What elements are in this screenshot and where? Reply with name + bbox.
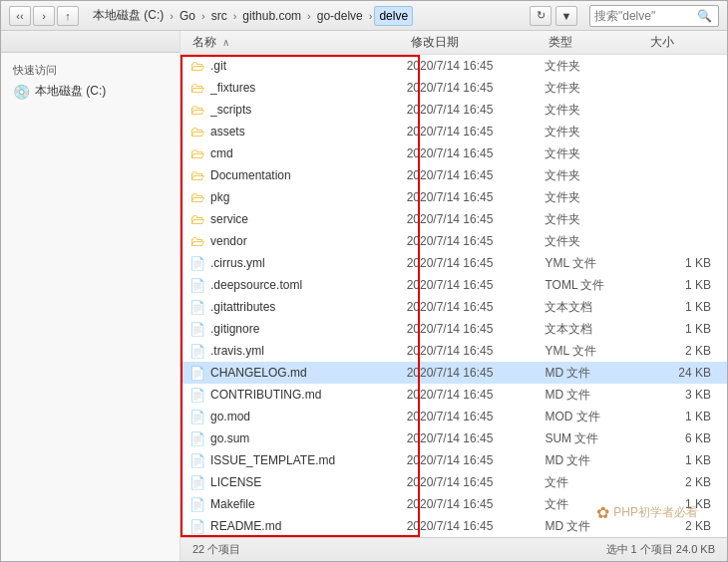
file-type: 文件夹 [545, 80, 648, 97]
breadcrumb-sep-4: › [307, 10, 311, 22]
breadcrumb-item-go[interactable]: Go [176, 7, 199, 25]
forward-button[interactable]: › [33, 6, 55, 26]
file-size: 24 KB [649, 366, 719, 380]
table-row[interactable]: 📄 ISSUE_TEMPLATE.md 2020/7/14 16:45 MD 文… [181, 449, 727, 471]
table-row[interactable]: 📄 Makefile 2020/7/14 16:45 文件 1 KB [181, 493, 727, 515]
file-date: 2020/7/14 16:45 [407, 256, 546, 270]
quick-access-label: 快速访问 [1, 57, 180, 80]
table-row[interactable]: 📄 .cirrus.yml 2020/7/14 16:45 YML 文件 1 K… [181, 252, 727, 274]
left-nav-drive-label: 本地磁盘 (C:) [35, 83, 106, 100]
file-type: YML 文件 [545, 343, 648, 360]
table-row[interactable]: 🗁 Documentation 2020/7/14 16:45 文件夹 [181, 164, 727, 186]
search-input[interactable] [594, 9, 694, 23]
breadcrumb-item-delve[interactable]: delve [374, 6, 413, 26]
table-row[interactable]: 📄 go.mod 2020/7/14 16:45 MOD 文件 1 KB [181, 406, 727, 427]
breadcrumb-item-drive[interactable]: 本地磁盘 (C:) [89, 5, 168, 26]
status-selected: 选中 1 个项目 24.0 KB [606, 542, 715, 557]
file-name: 🗁 vendor [188, 233, 407, 249]
breadcrumb-sep-2: › [201, 10, 205, 22]
file-type: SUM 文件 [545, 430, 648, 447]
file-size: 1 KB [649, 410, 719, 423]
left-nav-item-drive[interactable]: 💿 本地磁盘 (C:) [1, 80, 180, 103]
breadcrumb-sep-3: › [233, 10, 237, 22]
right-content: 名称 ∧ 修改日期 类型 大小 🗁 .git [181, 31, 727, 561]
table-row[interactable]: 📄 .gitattributes 2020/7/14 16:45 文本文档 1 … [181, 296, 727, 318]
table-row[interactable]: 📄 LICENSE 2020/7/14 16:45 文件 2 KB [181, 471, 727, 493]
file-type: 文件 [545, 496, 648, 513]
file-explorer-window: ‹‹ › ↑ 本地磁盘 (C:) › Go › src › github.com… [0, 0, 728, 562]
breadcrumb-item-go-delve[interactable]: go-delve [313, 7, 367, 25]
table-row[interactable]: 📄 .travis.yml 2020/7/14 16:45 YML 文件 2 K… [181, 340, 727, 362]
breadcrumb-item-src[interactable]: src [207, 7, 231, 25]
file-date: 2020/7/14 16:45 [407, 475, 546, 489]
table-row[interactable]: 🗁 .git 2020/7/14 16:45 文件夹 [181, 55, 727, 77]
nav-buttons: ‹‹ › ↑ [9, 6, 79, 26]
folder-icon: 🗁 [188, 102, 206, 118]
up-button[interactable]: ↑ [57, 6, 79, 26]
col-header-date[interactable]: 修改日期 [411, 34, 547, 51]
folder-icon: 🗁 [188, 124, 206, 140]
table-row[interactable]: 📄 .deepsource.toml 2020/7/14 16:45 TOML … [181, 274, 727, 296]
file-size: 1 KB [649, 300, 719, 314]
file-type: 文件夹 [545, 189, 648, 206]
file-type: MD 文件 [545, 365, 648, 382]
file-name: 🗁 pkg [188, 189, 407, 205]
table-row[interactable]: 🗁 service 2020/7/14 16:45 文件夹 [181, 208, 727, 230]
file-icon: 📄 [188, 255, 206, 271]
breadcrumb-sep-1: › [170, 10, 174, 22]
refresh-button[interactable]: ↻ [530, 6, 551, 26]
file-icon: 📄 [188, 277, 206, 293]
file-name: 🗁 _fixtures [188, 80, 407, 96]
file-type: MD 文件 [545, 452, 648, 469]
file-list: 🗁 .git 2020/7/14 16:45 文件夹 🗁 _fixtures 2… [181, 55, 727, 537]
table-row[interactable]: 📄 README.md 2020/7/14 16:45 MD 文件 2 KB [181, 515, 727, 537]
table-row[interactable]: 🗁 cmd 2020/7/14 16:45 文件夹 [181, 142, 727, 164]
file-date: 2020/7/14 16:45 [407, 344, 546, 358]
file-icon: 📄 [188, 343, 206, 359]
col-header-type[interactable]: 类型 [548, 34, 651, 51]
file-date: 2020/7/14 16:45 [407, 431, 546, 445]
file-icon: 📄 [188, 299, 206, 315]
file-type: 文件夹 [545, 211, 648, 228]
file-icon: 📄 [188, 321, 206, 337]
file-size: 1 KB [649, 453, 719, 467]
table-row[interactable]: 🗁 pkg 2020/7/14 16:45 文件夹 [181, 186, 727, 208]
file-name: 📄 CHANGELOG.md [188, 365, 407, 381]
col-header-name[interactable]: 名称 ∧ [188, 34, 411, 51]
search-area[interactable]: 🔍 [589, 5, 719, 27]
table-row[interactable]: 🗁 _scripts 2020/7/14 16:45 文件夹 [181, 99, 727, 121]
back-button[interactable]: ‹‹ [9, 6, 31, 26]
file-name: 🗁 cmd [188, 145, 407, 161]
left-nav: 快速访问 💿 本地磁盘 (C:) [1, 53, 180, 561]
file-type: 文件夹 [545, 145, 648, 162]
file-date: 2020/7/14 16:45 [407, 168, 546, 182]
breadcrumb-item-github[interactable]: github.com [238, 7, 305, 25]
sort-arrow-icon: ∧ [222, 37, 229, 48]
table-row[interactable]: 🗁 assets 2020/7/14 16:45 文件夹 [181, 121, 727, 142]
folder-icon: 🗁 [188, 145, 206, 161]
file-name: 📄 Makefile [188, 496, 407, 512]
file-date: 2020/7/14 16:45 [407, 519, 546, 533]
breadcrumb: 本地磁盘 (C:) › Go › src › github.com › go-d… [89, 5, 520, 26]
folder-icon: 🗁 [188, 211, 206, 227]
file-name: 📄 .gitignore [188, 321, 407, 337]
file-name: 📄 .travis.yml [188, 343, 407, 359]
table-row[interactable]: 📄 CONTRIBUTING.md 2020/7/14 16:45 MD 文件 … [181, 384, 727, 406]
file-size: 6 KB [649, 431, 719, 445]
table-row[interactable]: 📄 go.sum 2020/7/14 16:45 SUM 文件 6 KB [181, 427, 727, 449]
file-date: 2020/7/14 16:45 [407, 81, 546, 95]
table-row[interactable]: 🗁 _fixtures 2020/7/14 16:45 文件夹 [181, 77, 727, 99]
file-date: 2020/7/14 16:45 [407, 146, 546, 160]
file-date: 2020/7/14 16:45 [407, 125, 546, 139]
table-row[interactable]: 📄 CHANGELOG.md 2020/7/14 16:45 MD 文件 24 … [181, 362, 727, 384]
dropdown-button[interactable]: ▼ [555, 6, 577, 26]
file-size: 2 KB [649, 519, 719, 533]
file-name: 📄 LICENSE [188, 474, 407, 490]
file-size: 2 KB [649, 344, 719, 358]
table-row[interactable]: 📄 .gitignore 2020/7/14 16:45 文本文档 1 KB [181, 318, 727, 340]
file-type: 文件夹 [545, 233, 648, 250]
col-header-size[interactable]: 大小 [650, 34, 719, 51]
table-row[interactable]: 🗁 vendor 2020/7/14 16:45 文件夹 [181, 230, 727, 252]
file-date: 2020/7/14 16:45 [407, 322, 546, 336]
search-icon: 🔍 [697, 9, 712, 23]
